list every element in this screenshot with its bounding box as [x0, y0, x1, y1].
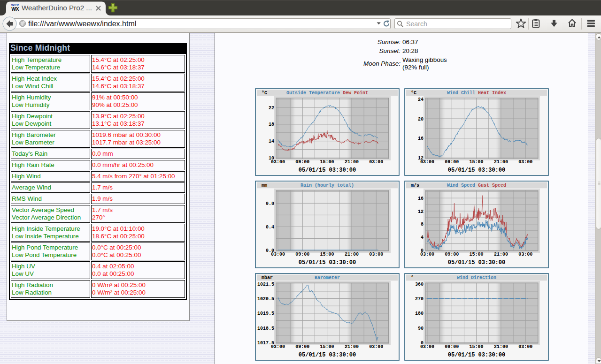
svg-text:03:00: 03:00 [518, 344, 532, 349]
svg-text:4: 4 [421, 235, 424, 240]
svg-text:15:00: 15:00 [470, 159, 484, 165]
svg-text:09:00: 09:00 [295, 159, 309, 165]
svg-text:09:00: 09:00 [445, 344, 459, 349]
svg-text:03:00: 03:00 [271, 252, 285, 257]
svg-text:05/01/15 03:30:00: 05/01/15 03:30:00 [448, 259, 505, 266]
svg-text:mbar: mbar [262, 275, 273, 281]
svg-text:8: 8 [421, 222, 424, 227]
svg-text:Barometer: Barometer [315, 275, 340, 281]
svg-text:21:00: 21:00 [345, 344, 359, 349]
svg-text:09:00: 09:00 [445, 159, 459, 165]
svg-text:09:00: 09:00 [445, 252, 459, 257]
svg-text:mm: mm [262, 183, 267, 188]
svg-text:16: 16 [418, 196, 424, 201]
svg-text:03:00: 03:00 [518, 159, 532, 165]
svg-text:21:00: 21:00 [494, 252, 508, 257]
svg-text:Rain (hourly total): Rain (hourly total) [300, 183, 354, 188]
svg-text:360: 360 [415, 282, 424, 287]
svg-text:21:00: 21:00 [345, 159, 359, 165]
svg-text:Wind Chill Heat Index: Wind Chill Heat Index [447, 91, 506, 96]
svg-text:0.4: 0.4 [266, 225, 274, 230]
svg-text:m/s: m/s [411, 183, 419, 188]
svg-text:03:00: 03:00 [271, 344, 285, 349]
svg-text:Outside Temperature Dew Point: Outside Temperature Dew Point [286, 91, 368, 96]
svg-text:15:00: 15:00 [470, 344, 484, 349]
svg-text:21:00: 21:00 [345, 252, 359, 257]
svg-text:1020.5: 1020.5 [257, 296, 274, 302]
svg-text:15:00: 15:00 [320, 344, 334, 349]
svg-text:0.8: 0.8 [266, 201, 274, 206]
svg-text:03:00: 03:00 [420, 159, 434, 165]
svg-text:05/01/15 03:30:00: 05/01/15 03:30:00 [299, 352, 356, 358]
svg-text:03:00: 03:00 [420, 252, 434, 257]
svg-text:1019.5: 1019.5 [257, 311, 274, 316]
svg-text:°: ° [411, 275, 414, 281]
svg-text:14: 14 [269, 139, 274, 144]
svg-text:18: 18 [269, 122, 274, 127]
svg-text:03:00: 03:00 [369, 344, 383, 349]
svg-text:15:00: 15:00 [320, 159, 334, 165]
svg-text:24: 24 [418, 97, 424, 102]
svg-text:Wind Direction: Wind Direction [457, 275, 496, 281]
svg-text:03:00: 03:00 [420, 344, 434, 349]
svg-text:15:00: 15:00 [320, 252, 334, 257]
svg-text:270: 270 [415, 296, 424, 302]
svg-text:21:00: 21:00 [494, 159, 508, 165]
svg-text:05/01/15 03:30:00: 05/01/15 03:30:00 [299, 167, 356, 174]
svg-text:03:00: 03:00 [518, 252, 532, 257]
svg-text:1021.5: 1021.5 [257, 282, 274, 287]
svg-text:09:00: 09:00 [295, 344, 309, 349]
svg-text:22: 22 [269, 106, 274, 111]
svg-text:03:00: 03:00 [369, 159, 383, 165]
svg-text:05/01/15 03:30:00: 05/01/15 03:30:00 [448, 352, 505, 358]
svg-text:90: 90 [418, 326, 424, 331]
svg-text:05/01/15 03:30:00: 05/01/15 03:30:00 [299, 259, 356, 266]
svg-text:21:00: 21:00 [494, 344, 508, 349]
svg-text:1018.5: 1018.5 [257, 326, 274, 331]
svg-text:03:00: 03:00 [369, 252, 383, 257]
svg-text:°C: °C [262, 91, 267, 96]
svg-text:°C: °C [411, 91, 416, 96]
svg-text:180: 180 [415, 311, 424, 316]
svg-text:16: 16 [418, 136, 424, 141]
svg-text:09:00: 09:00 [295, 252, 309, 257]
svg-text:05/01/15 03:30:00: 05/01/15 03:30:00 [448, 167, 505, 174]
svg-text:Wind Speed Gust Speed: Wind Speed Gust Speed [447, 183, 506, 188]
svg-text:12: 12 [418, 209, 424, 214]
svg-text:20: 20 [418, 117, 424, 122]
svg-text:15:00: 15:00 [470, 252, 484, 257]
svg-text:03:00: 03:00 [271, 159, 285, 165]
